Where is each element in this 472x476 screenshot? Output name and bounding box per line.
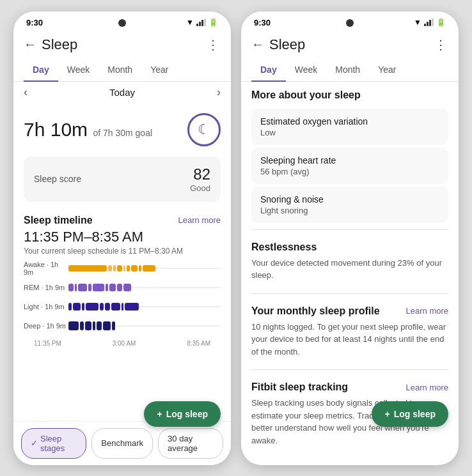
time-label-start: 11:35 PM <box>34 340 61 347</box>
sleep-score-card: Sleep score 82 Good <box>24 157 221 202</box>
info-card-oxygen: Estimated oxygen variation Low <box>251 109 448 145</box>
deep-bars <box>68 318 221 334</box>
log-sleep-fab-left[interactable]: + Log sleep <box>144 401 221 427</box>
restlessness-text: Your device detected movement during 23%… <box>251 257 448 282</box>
restlessness-title: Restlessness <box>251 242 448 253</box>
battery-icon-left: 🔋 <box>208 18 218 27</box>
wifi-icon-left: ▼ <box>186 18 194 27</box>
chart-row-light: Light · 1h 9m <box>24 299 221 314</box>
signal-bars-left <box>196 19 206 26</box>
battery-icon-right: 🔋 <box>436 18 446 27</box>
sleep-hours: 7h 10m of 7h 30m goal <box>24 119 152 140</box>
status-time-right: 9:30 <box>254 18 271 27</box>
info-card-snoring: Snoring & noise Light snoring <box>251 187 448 223</box>
status-bar-right: 9:30 ▼ 🔋 <box>241 12 459 31</box>
timeline-title: Sleep timeline <box>24 215 93 226</box>
benchmark-btn[interactable]: Benchmark <box>91 428 153 459</box>
back-button-left[interactable]: ← <box>24 37 36 52</box>
status-icons-left: ▼ 🔋 <box>186 18 218 27</box>
scroll-area-left: ‹ Today › 7h 10m of 7h 30m goal ☾ <box>13 82 231 421</box>
restlessness-section: Restlessness Your device detected moveme… <box>241 236 459 287</box>
tab-year-left[interactable]: Year <box>141 58 177 81</box>
tab-month-right[interactable]: Month <box>326 58 369 81</box>
plus-icon-left: + <box>157 409 162 419</box>
sleep-score-label: Sleep score <box>34 174 81 184</box>
chart-row-rem: REM · 1h 9m <box>24 280 221 295</box>
bottom-buttons-left: ✓ Sleep stages Benchmark 30 day average <box>13 421 231 465</box>
date-label: Today <box>109 87 135 98</box>
more-options-right[interactable]: ⋮ <box>434 37 448 52</box>
heart-rate-value: 56 bpm (avg) <box>260 167 439 176</box>
camera-notch-right <box>346 19 354 27</box>
sleep-score-quality: Good <box>190 183 210 193</box>
sleep-chart: Awake · 1h 9m <box>13 261 231 347</box>
fitbit-learn-more[interactable]: Learn more <box>406 383 448 392</box>
sleep-moon-icon: ☾ <box>187 113 221 146</box>
oxygen-title: Estimated oxygen variation <box>260 116 439 127</box>
tab-month-left[interactable]: Month <box>98 58 141 81</box>
more-about-header: More about your sleep <box>241 82 459 106</box>
tab-day-right[interactable]: Day <box>251 58 286 81</box>
fitbit-title: Fitbit sleep tracking <box>251 381 348 393</box>
left-phone: 9:30 ▼ 🔋 ← Sleep ⋮ <box>13 12 231 465</box>
log-sleep-fab-right[interactable]: + Log sleep <box>372 401 448 427</box>
timeline-section-header: Sleep timeline Learn more <box>13 207 231 229</box>
plus-icon-right: + <box>384 409 389 419</box>
divider-1 <box>251 229 448 230</box>
divider-3 <box>251 369 448 370</box>
time-label-end: 8:35 AM <box>187 340 210 347</box>
prev-date-btn[interactable]: ‹ <box>24 86 28 99</box>
chart-row-awake: Awake · 1h 9m <box>24 261 221 276</box>
next-date-btn[interactable]: › <box>217 86 221 99</box>
awake-label: Awake · 1h 9m <box>24 261 68 276</box>
timeline-time-range: 11:35 PM–8:35 AM <box>13 229 231 247</box>
timeline-learn-more[interactable]: Learn more <box>178 215 221 225</box>
timeline-schedule-note: Your current sleep schedule is 11 PM–8:3… <box>13 247 231 261</box>
app-title-left: Sleep <box>42 36 77 53</box>
checkmark-icon: ✓ <box>31 438 38 448</box>
awake-bars <box>68 261 221 276</box>
tabs-bar-left: Day Week Month Year <box>13 58 231 82</box>
monthly-learn-more[interactable]: Learn more <box>406 306 448 316</box>
30day-avg-btn[interactable]: 30 day average <box>158 428 223 459</box>
divider-2 <box>251 293 448 294</box>
status-bar-left: 9:30 ▼ 🔋 <box>13 12 231 31</box>
rem-bars <box>68 280 221 295</box>
light-label: Light · 1h 9m <box>24 303 68 311</box>
status-icons-right: ▼ 🔋 <box>414 18 446 27</box>
right-phone: 9:30 ▼ 🔋 ← Sleep ⋮ <box>241 12 459 465</box>
app-title-right: Sleep <box>269 36 305 53</box>
chart-time-labels: 11:35 PM 3:00 AM 8:35 AM <box>24 337 221 347</box>
monthly-profile-section: Your monthly sleep profile Learn more 10… <box>241 300 459 364</box>
monthly-profile-title: Your monthly sleep profile <box>251 305 380 317</box>
status-time-left: 9:30 <box>26 18 43 27</box>
light-bars <box>68 299 221 314</box>
sleep-stages-btn[interactable]: ✓ Sleep stages <box>21 428 86 459</box>
time-label-mid: 3:00 AM <box>113 340 136 347</box>
tab-day-left[interactable]: Day <box>24 58 58 81</box>
chart-row-deep: Deep · 1h 9m <box>24 318 221 334</box>
camera-notch-left <box>118 19 126 27</box>
app-bar-left: ← Sleep ⋮ <box>13 31 231 58</box>
rem-label: REM · 1h 9m <box>24 284 68 291</box>
monthly-profile-text: 10 nights logged. To get your next sleep… <box>251 321 448 358</box>
oxygen-value: Low <box>260 128 439 137</box>
tab-week-left[interactable]: Week <box>58 58 99 81</box>
deep-label: Deep · 1h 9m <box>24 322 68 330</box>
app-bar-right: ← Sleep ⋮ <box>241 31 459 58</box>
back-button-right[interactable]: ← <box>251 37 264 52</box>
wifi-icon-right: ▼ <box>414 18 421 27</box>
sleep-duration-row: 7h 10m of 7h 30m goal ☾ <box>13 103 231 151</box>
snoring-title: Snoring & noise <box>260 194 439 204</box>
sleep-score-number: 82 <box>190 165 210 183</box>
tab-week-right[interactable]: Week <box>286 58 327 81</box>
heart-rate-title: Sleeping heart rate <box>260 155 439 165</box>
tab-year-right[interactable]: Year <box>369 58 405 81</box>
signal-bars-right <box>424 19 434 26</box>
tabs-bar-right: Day Week Month Year <box>241 58 459 82</box>
date-nav: ‹ Today › <box>13 82 231 103</box>
info-card-heart-rate: Sleeping heart rate 56 bpm (avg) <box>251 148 448 184</box>
more-options-left[interactable]: ⋮ <box>207 37 221 52</box>
sleep-score-value: 82 Good <box>190 165 210 193</box>
snoring-value: Light snoring <box>260 206 439 215</box>
